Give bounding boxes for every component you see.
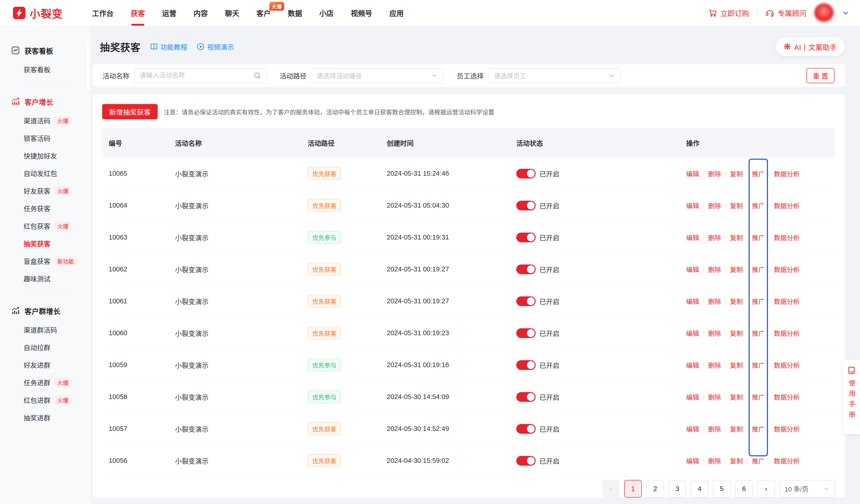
page-size-select[interactable]: 10 条/页 — [779, 480, 835, 498]
sidebar-section-客户群增长[interactable]: 客户群增长 — [0, 301, 91, 321]
sidebar-item-好友进群[interactable]: 好友进群 — [0, 356, 91, 374]
action-delete-link[interactable]: 删除 — [708, 201, 721, 210]
action-edit-link[interactable]: 编辑 — [686, 297, 699, 306]
action-promote-link[interactable]: 推广 — [752, 392, 765, 402]
sidebar-section-获客看板[interactable]: 获客看板 — [0, 40, 91, 61]
action-analytics-link[interactable]: 数据分析 — [774, 456, 800, 465]
status-toggle[interactable] — [516, 233, 536, 242]
page-button-3[interactable]: 3 — [669, 480, 686, 498]
sidebar-item-盲盒获客[interactable]: 盲盒获客新功能 — [0, 252, 91, 270]
action-promote-link[interactable]: 推广 — [752, 360, 765, 370]
sidebar-item-锁客活码[interactable]: 锁客活码 — [0, 129, 91, 147]
action-copy-link[interactable]: 复制 — [730, 392, 743, 402]
sidebar-item-任务获客[interactable]: 任务获客 — [0, 200, 91, 217]
nav-item-数据[interactable]: 数据 — [288, 0, 302, 26]
status-toggle[interactable] — [516, 424, 536, 434]
page-button-2[interactable]: 2 — [646, 480, 664, 498]
ai-copywriter-button[interactable]: ❋ AI丨文案助手 — [776, 38, 845, 56]
activity-name-input[interactable] — [140, 72, 253, 79]
nav-item-工作台[interactable]: 工作台 — [92, 0, 114, 26]
action-delete-link[interactable]: 删除 — [708, 424, 721, 433]
status-toggle[interactable] — [516, 169, 536, 178]
action-analytics-link[interactable]: 数据分析 — [774, 265, 800, 274]
action-edit-link[interactable]: 编辑 — [686, 201, 699, 210]
action-analytics-link[interactable]: 数据分析 — [774, 424, 800, 433]
sidebar-item-抽奖进群[interactable]: 抽奖进群 — [0, 409, 91, 426]
action-promote-link[interactable]: 推广 — [752, 424, 765, 433]
action-edit-link[interactable]: 编辑 — [686, 360, 699, 370]
nav-item-小店[interactable]: 小店 — [319, 0, 334, 26]
avatar[interactable] — [814, 3, 834, 23]
action-delete-link[interactable]: 删除 — [708, 169, 721, 178]
sidebar-item-好友获客[interactable]: 好友获客火爆 — [0, 182, 91, 200]
action-edit-link[interactable]: 编辑 — [686, 392, 699, 402]
sidebar-item-红包获客[interactable]: 红包获客火爆 — [0, 217, 91, 235]
search-icon[interactable] — [253, 72, 261, 80]
page-button-4[interactable]: 4 — [691, 480, 708, 498]
video-demo-link[interactable]: 视频演示 — [197, 42, 234, 52]
action-analytics-link[interactable]: 数据分析 — [774, 201, 800, 210]
sidebar-item-自动拉群[interactable]: 自动拉群 — [0, 339, 91, 356]
action-delete-link[interactable]: 删除 — [708, 392, 721, 402]
status-toggle[interactable] — [516, 360, 536, 370]
nav-item-内容[interactable]: 内容 — [194, 0, 208, 26]
action-analytics-link[interactable]: 数据分析 — [774, 360, 800, 370]
sidebar-item-抽奖获客[interactable]: 抽奖获客 — [0, 235, 91, 252]
action-promote-link[interactable]: 推广 — [752, 329, 765, 338]
action-copy-link[interactable]: 复制 — [730, 201, 743, 210]
action-analytics-link[interactable]: 数据分析 — [774, 297, 800, 306]
action-edit-link[interactable]: 编辑 — [686, 169, 699, 178]
next-page-button[interactable]: › — [757, 480, 775, 498]
action-copy-link[interactable]: 复制 — [730, 297, 743, 306]
status-toggle[interactable] — [516, 328, 536, 338]
status-toggle[interactable] — [516, 297, 536, 306]
staff-select[interactable]: 请选择员工 — [489, 68, 620, 83]
action-promote-link[interactable]: 推广 — [752, 233, 765, 242]
sidebar-item-红包进群[interactable]: 红包进群火爆 — [0, 391, 91, 409]
action-edit-link[interactable]: 编辑 — [686, 265, 699, 274]
action-delete-link[interactable]: 删除 — [708, 233, 721, 242]
sidebar-item-获客看板[interactable]: 获客看板 — [0, 61, 91, 78]
action-copy-link[interactable]: 复制 — [730, 329, 743, 338]
reset-button[interactable]: 重 置 — [806, 68, 834, 83]
action-promote-link[interactable]: 推广 — [752, 297, 765, 306]
sidebar-item-趣味测试[interactable]: 趣味测试 — [0, 270, 91, 287]
nav-item-视频号[interactable]: 视频号 — [351, 0, 372, 26]
sidebar-item-渠道群活码[interactable]: 渠道群活码 — [0, 321, 91, 339]
sidebar-item-渠道活码[interactable]: 渠道活码火爆 — [0, 112, 91, 129]
action-delete-link[interactable]: 删除 — [708, 456, 721, 465]
action-delete-link[interactable]: 删除 — [708, 329, 721, 338]
action-copy-link[interactable]: 复制 — [730, 456, 743, 465]
status-toggle[interactable] — [516, 392, 536, 402]
action-promote-link[interactable]: 推广 — [752, 169, 765, 178]
nav-item-运营[interactable]: 运营 — [162, 0, 176, 26]
sidebar-item-快捷加好友[interactable]: 快捷加好友 — [0, 147, 91, 164]
sidebar-scrollbar[interactable] — [86, 42, 90, 91]
nav-item-客户[interactable]: 客户火爆 — [256, 0, 271, 26]
chevron-down-icon[interactable] — [842, 9, 850, 17]
action-copy-link[interactable]: 复制 — [730, 424, 743, 433]
action-edit-link[interactable]: 编辑 — [686, 456, 699, 465]
page-button-6[interactable]: 6 — [735, 480, 753, 498]
action-copy-link[interactable]: 复制 — [730, 265, 743, 274]
nav-item-获客[interactable]: 获客 — [131, 0, 145, 26]
page-button-1[interactable]: 1 — [624, 480, 642, 498]
status-toggle[interactable] — [516, 201, 536, 211]
brand-logo[interactable]: 小裂变 — [13, 5, 82, 20]
page-button-5[interactable]: 5 — [713, 480, 731, 498]
nav-item-应用[interactable]: 应用 — [389, 0, 404, 26]
action-edit-link[interactable]: 编辑 — [686, 424, 699, 433]
action-promote-link[interactable]: 推广 — [752, 265, 765, 274]
action-delete-link[interactable]: 删除 — [708, 265, 721, 274]
order-now-button[interactable]: 立即订购 — [708, 8, 749, 18]
action-analytics-link[interactable]: 数据分析 — [774, 169, 800, 178]
sidebar-item-自动发红包[interactable]: 自动发红包 — [0, 164, 91, 182]
action-analytics-link[interactable]: 数据分析 — [774, 329, 800, 338]
nav-item-聊天[interactable]: 聊天 — [225, 0, 239, 26]
sidebar-item-任务进群[interactable]: 任务进群火爆 — [0, 374, 91, 391]
action-delete-link[interactable]: 删除 — [708, 360, 721, 370]
action-edit-link[interactable]: 编辑 — [686, 329, 699, 338]
action-promote-link[interactable]: 推广 — [752, 201, 765, 210]
action-copy-link[interactable]: 复制 — [730, 169, 743, 178]
status-toggle[interactable] — [516, 264, 536, 274]
